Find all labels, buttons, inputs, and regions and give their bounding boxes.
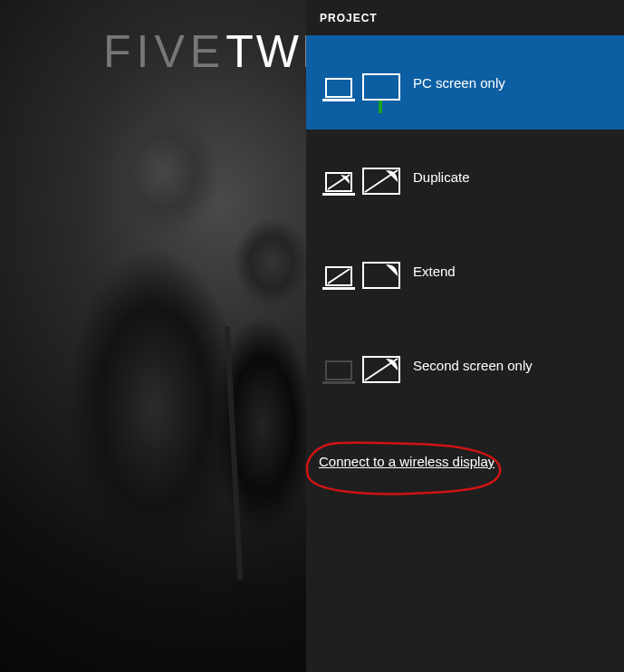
option-label: Duplicate — [413, 169, 470, 185]
option-label: PC screen only — [413, 75, 505, 91]
svg-rect-8 — [363, 263, 399, 288]
svg-rect-10 — [322, 381, 355, 384]
annotation-circle — [302, 436, 511, 508]
option-second-screen-only[interactable]: Second screen only — [306, 318, 624, 412]
svg-rect-9 — [326, 361, 351, 379]
duplicate-icon — [322, 157, 404, 197]
option-label: Second screen only — [413, 358, 533, 373]
svg-rect-4 — [322, 193, 355, 196]
option-pc-screen-only[interactable]: PC screen only — [306, 35, 624, 130]
connect-wireless-display-link[interactable]: Connect to a wireless display — [319, 454, 494, 469]
panel-title: PROJECT — [306, 0, 624, 35]
extend-icon — [322, 251, 404, 291]
second-screen-only-icon — [322, 345, 404, 385]
svg-rect-7 — [322, 287, 355, 290]
pc-screen-only-icon — [322, 62, 404, 102]
svg-rect-2 — [363, 74, 399, 100]
wallpaper-title-bold: TWI — [226, 26, 317, 77]
option-extend[interactable]: Extend — [306, 224, 624, 318]
wallpaper-title-thin: FIVE — [103, 26, 226, 77]
svg-rect-1 — [322, 99, 355, 101]
option-label: Extend — [413, 264, 456, 279]
project-panel: PROJECT PC screen only — [306, 0, 624, 672]
active-indicator — [379, 101, 382, 113]
svg-rect-0 — [326, 79, 351, 97]
wallpaper-title: FIVETWI — [103, 25, 317, 78]
wallpaper-figure — [0, 91, 308, 672]
option-duplicate[interactable]: Duplicate — [306, 130, 624, 224]
